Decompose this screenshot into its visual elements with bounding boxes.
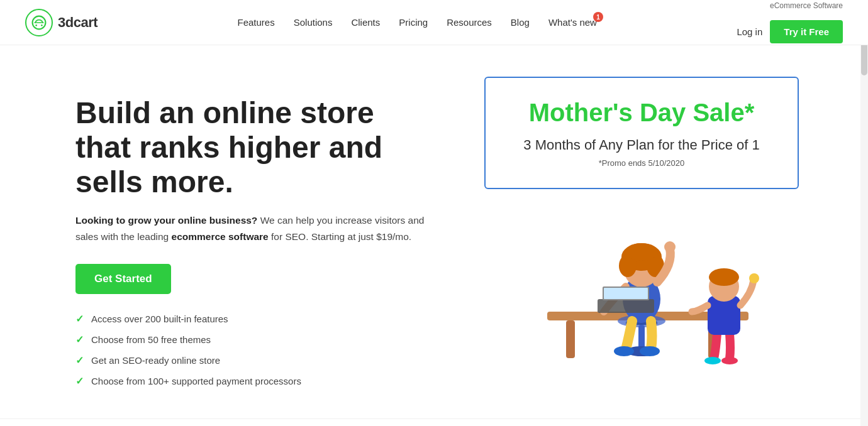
- main-nav: Features Solutions Clients Pricing Resou…: [238, 17, 597, 28]
- feature-text: Choose from 50 free themes: [91, 334, 211, 345]
- features-list: ✓ Access over 200 built-in features ✓ Ch…: [75, 313, 428, 387]
- feature-item: ✓ Choose from 50 free themes: [75, 334, 428, 346]
- svg-point-27: [749, 273, 759, 283]
- svg-point-15: [625, 243, 658, 261]
- promo-subtitle: 3 Months of Any Plan for the Price of 1: [517, 137, 766, 153]
- main-content: Build an online store that ranks higher …: [0, 45, 868, 426]
- header: 3dcart Features Solutions Clients Pricin…: [0, 0, 868, 45]
- feature-item: ✓ Access over 200 built-in features: [75, 313, 428, 325]
- svg-point-1: [35, 25, 37, 26]
- feature-item: ✓ Choose from 100+ supported payment pro…: [75, 375, 428, 387]
- svg-point-2: [41, 25, 43, 26]
- ecommerce-label: eCommerce Software: [770, 1, 843, 10]
- nav-item-blog[interactable]: Blog: [511, 17, 530, 28]
- try-free-button[interactable]: Try it Free: [770, 20, 843, 43]
- check-icon: ✓: [75, 354, 84, 366]
- svg-rect-24: [708, 296, 740, 335]
- svg-point-22: [704, 357, 721, 364]
- svg-point-16: [664, 241, 676, 253]
- nav-item-clients[interactable]: Clients: [351, 17, 380, 28]
- feature-text: Access over 200 built-in features: [91, 314, 228, 324]
- promo-box: Mother's Day Sale* 3 Months of Any Plan …: [484, 77, 799, 189]
- scrollbar-track[interactable]: [860, 0, 868, 426]
- nav-item-features[interactable]: Features: [238, 17, 275, 28]
- nav-item-solutions[interactable]: Solutions: [294, 17, 333, 28]
- svg-point-23: [721, 357, 738, 364]
- check-icon: ✓: [75, 313, 84, 325]
- feature-text: Choose from 100+ supported payment proce…: [91, 376, 301, 386]
- whats-new-badge: 1: [593, 12, 603, 22]
- login-button[interactable]: Log in: [737, 26, 762, 37]
- svg-rect-21: [604, 288, 648, 299]
- svg-point-17: [614, 346, 634, 356]
- logo-text: 3dcart: [58, 14, 97, 31]
- hero-illustration: [509, 189, 774, 365]
- nav-item-resources[interactable]: Resources: [447, 17, 492, 28]
- svg-rect-4: [566, 320, 575, 358]
- hero-right: Mother's Day Sale* 3 Months of Any Plan …: [465, 77, 818, 365]
- header-actions: Log in Try it Free: [737, 20, 843, 43]
- hero-left: Build an online store that ranks higher …: [75, 83, 428, 387]
- nav-item-whats-new[interactable]: What's new 1: [548, 17, 597, 28]
- svg-rect-19: [598, 299, 654, 313]
- promo-title: Mother's Day Sale*: [517, 98, 766, 127]
- nav-item-pricing[interactable]: Pricing: [399, 17, 428, 28]
- hero-subtitle: Looking to grow your online business? We…: [75, 212, 428, 246]
- feature-item: ✓ Get an SEO-ready online store: [75, 354, 428, 366]
- check-icon: ✓: [75, 375, 84, 387]
- hero-title: Build an online store that ranks higher …: [75, 96, 428, 200]
- logo[interactable]: 3dcart: [25, 9, 97, 36]
- bottom-section: Our eCommerce Software is trusted by tho…: [0, 418, 868, 426]
- svg-point-18: [640, 346, 660, 356]
- logo-icon: [25, 9, 53, 36]
- get-started-button[interactable]: Get Started: [75, 264, 171, 294]
- check-icon: ✓: [75, 334, 84, 346]
- feature-text: Get an SEO-ready online store: [91, 355, 220, 366]
- svg-point-26: [709, 268, 739, 286]
- promo-note: *Promo ends 5/10/2020: [517, 158, 766, 168]
- header-right: eCommerce Software Log in Try it Free: [737, 1, 843, 43]
